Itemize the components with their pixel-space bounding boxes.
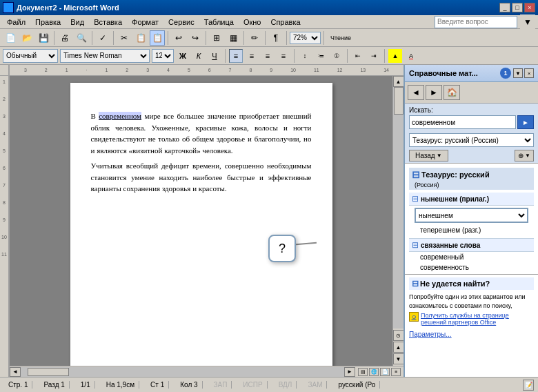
- new-button[interactable]: 📄: [3, 30, 18, 46]
- menu-help[interactable]: Справка: [266, 17, 304, 28]
- copy-button[interactable]: 📋: [133, 30, 148, 46]
- help-search-button[interactable]: ▼: [520, 14, 535, 30]
- view-buttons: ▤ 🌐 📄 ≡: [355, 367, 404, 377]
- doc-scroll: В современном мире все большее значение …: [10, 76, 392, 366]
- standard-toolbar: 📄 📂 💾 🖨 🔍 ✓ ✂ 📋 📋 ↩ ↪ ⊞ ▦ ✏ ¶ 72% 100% Ч…: [0, 29, 538, 47]
- sovremennost-entry[interactable]: современность: [409, 262, 534, 273]
- vertical-scrollbar[interactable]: ▲ ⊙ ▲ ▼: [392, 76, 404, 366]
- style-select[interactable]: Обычный: [3, 49, 58, 63]
- sep6: [243, 31, 244, 45]
- menu-edit[interactable]: Правка: [31, 17, 65, 28]
- close-button[interactable]: ×: [524, 3, 535, 12]
- undo-button[interactable]: ↩: [171, 30, 186, 46]
- panel-menu-button[interactable]: ⊕ ▼: [515, 150, 534, 161]
- h-scroll-thumb[interactable]: [28, 368, 69, 376]
- panel-close-button[interactable]: ×: [524, 68, 534, 78]
- record-status: ЗАП: [210, 381, 232, 389]
- outline-view-button[interactable]: ≡: [391, 368, 401, 376]
- back-arrow-icon: ▼: [437, 153, 442, 159]
- language: русский (Ро: [334, 381, 380, 389]
- minimize-button[interactable]: _: [499, 3, 510, 12]
- line-spacing-button[interactable]: ↕: [298, 49, 312, 63]
- decrease-indent-button[interactable]: ⇤: [351, 49, 365, 63]
- paste-button[interactable]: 📋: [150, 30, 165, 46]
- panel-home-button[interactable]: 🏠: [444, 85, 460, 100]
- spell-check-button[interactable]: ✓: [95, 30, 110, 46]
- print-preview-button[interactable]: 🔍: [74, 30, 89, 46]
- nyneshnem-title: нынешнем (прилаг.): [421, 195, 489, 203]
- highlight-button[interactable]: ▲: [388, 49, 402, 63]
- table-button[interactable]: ⊞: [209, 30, 224, 46]
- save-button[interactable]: 💾: [36, 30, 51, 46]
- menu-tools[interactable]: Сервис: [164, 17, 199, 28]
- italic-button[interactable]: К: [192, 49, 206, 63]
- read-button[interactable]: Чтение: [327, 30, 355, 46]
- nyneshnem-collapse-icon[interactable]: ⊟: [412, 194, 419, 204]
- align-right-button[interactable]: ≡: [261, 49, 275, 63]
- panel-search-input[interactable]: [409, 115, 516, 129]
- panel-forward-nav-button[interactable]: ►: [426, 85, 442, 100]
- normal-view-button[interactable]: ▤: [358, 368, 368, 376]
- collapse-icon[interactable]: ⊟: [412, 169, 420, 180]
- drawing-button[interactable]: ✏: [247, 30, 262, 46]
- para-marks-button[interactable]: ¶: [268, 30, 283, 46]
- align-center-button[interactable]: ≡: [245, 49, 259, 63]
- window-title: Документ2 - Microsoft Word: [17, 3, 119, 12]
- scroll-left-button[interactable]: ◄: [10, 367, 21, 377]
- doc-page: В современном мире все большее значение …: [70, 83, 332, 366]
- help-collapse-icon[interactable]: ⊟: [412, 279, 419, 288]
- scroll-thumb[interactable]: [394, 87, 404, 115]
- cut-button[interactable]: ✂: [117, 30, 132, 46]
- size-select[interactable]: 12: [152, 49, 174, 63]
- web-view-button[interactable]: 🌐: [369, 368, 379, 376]
- related-collapse-icon[interactable]: ⊟: [412, 240, 419, 250]
- bullets-button[interactable]: ≔: [314, 49, 328, 63]
- next-page-button[interactable]: ▼: [393, 353, 404, 364]
- print-layout-button[interactable]: 📄: [380, 368, 390, 376]
- underline-button[interactable]: Ч: [208, 49, 221, 63]
- panel-back-nav-button[interactable]: ◄: [408, 85, 424, 100]
- scroll-track: [393, 87, 404, 329]
- sovremennyj-entry[interactable]: современный: [409, 252, 534, 262]
- maximize-button[interactable]: □: [512, 3, 523, 12]
- bold-button[interactable]: Ж: [176, 49, 190, 63]
- nyneshnem-select[interactable]: нынешнем: [415, 208, 528, 223]
- panel-back-button[interactable]: Назад ▼: [409, 150, 448, 161]
- menu-insert[interactable]: Вставка: [90, 17, 126, 28]
- menu-file[interactable]: Файл: [3, 17, 30, 28]
- help-link[interactable]: ⊙ Получить службы на странице решений па…: [409, 312, 534, 326]
- scroll-right-button[interactable]: ►: [344, 367, 355, 377]
- align-left-button[interactable]: ≡: [229, 49, 243, 63]
- overwrite-mode: ЗАМ: [303, 381, 327, 389]
- thesaurus-select[interactable]: Тезаурус: русский (Россия): [409, 133, 534, 147]
- select-browse-object[interactable]: ⊙: [393, 330, 404, 341]
- help-search-input[interactable]: [435, 16, 517, 28]
- question-bubble: ?: [268, 235, 296, 262]
- redo-button[interactable]: ↪: [188, 30, 203, 46]
- sep-fmt3: [347, 49, 348, 63]
- teper-entry[interactable]: теперешнем (разг.): [409, 225, 534, 235]
- increase-indent-button[interactable]: ⇥: [367, 49, 381, 63]
- scroll-up-button[interactable]: ▲: [393, 76, 404, 87]
- menu-table[interactable]: Таблица: [200, 17, 238, 28]
- panel-minimize-button[interactable]: ▼: [513, 68, 523, 78]
- print-button[interactable]: 🖨: [57, 30, 72, 46]
- help-title: Не удается найти?: [420, 280, 490, 288]
- align-justify-button[interactable]: ≡: [277, 49, 290, 63]
- paragraph-1: В современном мире все большее значение …: [91, 110, 312, 156]
- zoom-select[interactable]: 72% 100%: [290, 32, 321, 44]
- spell-status-button[interactable]: 📝: [523, 380, 534, 391]
- params-link[interactable]: Параметры...: [409, 331, 452, 338]
- font-select[interactable]: Times New Roman: [60, 49, 150, 63]
- menu-window[interactable]: Окно: [239, 17, 266, 28]
- columns-button[interactable]: ▦: [226, 30, 241, 46]
- sep8: [286, 31, 287, 45]
- menu-view[interactable]: Вид: [66, 17, 88, 28]
- prev-page-button[interactable]: ▲: [393, 342, 404, 353]
- font-color-button[interactable]: A: [404, 49, 418, 63]
- open-button[interactable]: 📂: [19, 30, 34, 46]
- numbering-button[interactable]: ①: [330, 49, 343, 63]
- menu-format[interactable]: Формат: [128, 17, 163, 28]
- panel-search-go-button[interactable]: ►: [517, 115, 534, 129]
- horizontal-scrollbar[interactable]: ◄ ► ▤ 🌐 📄 ≡: [10, 366, 404, 377]
